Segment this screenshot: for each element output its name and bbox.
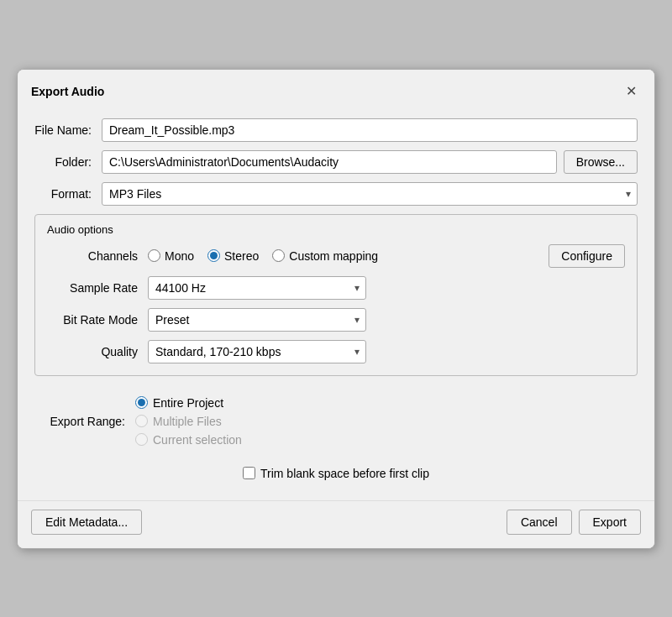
sample-rate-row: Sample Rate 8000 Hz 11025 Hz 22050 Hz 44… <box>47 276 625 300</box>
file-name-input[interactable] <box>102 118 638 142</box>
dialog-body: File Name: Folder: Browse... Format: MP3… <box>18 110 654 500</box>
entire-project-label: Entire Project <box>153 396 223 410</box>
export-range-section: Export Range: Entire Project Multiple Fi… <box>34 388 638 457</box>
mono-label: Mono <box>165 249 194 263</box>
export-audio-dialog: Export Audio ✕ File Name: Folder: Browse… <box>17 69 655 549</box>
export-button[interactable]: Export <box>579 510 641 535</box>
multiple-files-radio-item: Multiple Files <box>135 415 242 428</box>
bit-rate-mode-select-wrapper: Preset Variable Average Constant ▾ <box>148 308 366 332</box>
entire-project-radio-item[interactable]: Entire Project <box>135 396 242 410</box>
bit-rate-mode-row: Bit Rate Mode Preset Variable Average Co… <box>47 308 625 332</box>
cancel-button[interactable]: Cancel <box>507 510 572 535</box>
sample-rate-label: Sample Rate <box>47 281 148 295</box>
export-range-label: Export Range: <box>34 415 135 428</box>
title-bar: Export Audio ✕ <box>18 70 654 110</box>
multiple-files-label: Multiple Files <box>153 415 222 428</box>
channels-label: Channels <box>47 249 148 263</box>
current-selection-radio-item: Current selection <box>135 433 242 447</box>
format-label: Format: <box>34 187 102 201</box>
custom-mapping-radio-item[interactable]: Custom mapping <box>272 249 378 263</box>
sample-rate-select-wrapper: 8000 Hz 11025 Hz 22050 Hz 44100 Hz 48000… <box>148 276 366 300</box>
bit-rate-mode-select[interactable]: Preset Variable Average Constant <box>148 308 366 332</box>
mono-radio-item[interactable]: Mono <box>148 249 194 263</box>
sample-rate-select[interactable]: 8000 Hz 11025 Hz 22050 Hz 44100 Hz 48000… <box>148 276 366 300</box>
quality-select[interactable]: Standard, 170-210 kbps Medium, 145-185 k… <box>148 340 366 363</box>
dialog-footer: Edit Metadata... Cancel Export <box>18 500 654 548</box>
channels-radio-group: Mono Stereo Custom mapping Configure <box>148 244 625 268</box>
channels-row: Channels Mono Stereo Custom mapping Conf <box>47 244 625 268</box>
bit-rate-mode-label: Bit Rate Mode <box>47 313 148 327</box>
stereo-label: Stereo <box>224 249 259 263</box>
browse-button[interactable]: Browse... <box>564 150 638 174</box>
custom-mapping-label: Custom mapping <box>289 249 378 263</box>
footer-left: Edit Metadata... <box>31 510 142 535</box>
trim-row: Trim blank space before first clip <box>34 467 638 480</box>
stereo-radio-item[interactable]: Stereo <box>207 249 259 263</box>
audio-options-group: Audio options Channels Mono Stereo Cus <box>34 214 638 376</box>
file-name-row: File Name: <box>34 118 638 142</box>
trim-checkbox-label[interactable]: Trim blank space before first clip <box>243 467 429 480</box>
current-selection-radio <box>135 433 148 446</box>
format-select-wrapper: MP3 Files WAV (Microsoft) FLAC OGG Vorbi… <box>102 182 638 206</box>
audio-options-legend: Audio options <box>47 223 625 236</box>
file-name-label: File Name: <box>34 123 102 137</box>
quality-row: Quality Standard, 170-210 kbps Medium, 1… <box>47 340 625 363</box>
multiple-files-radio <box>135 415 148 427</box>
format-select[interactable]: MP3 Files WAV (Microsoft) FLAC OGG Vorbi… <box>102 182 638 206</box>
folder-label: Folder: <box>34 155 102 169</box>
export-range-options: Entire Project Multiple Files Current se… <box>135 396 242 447</box>
mono-radio[interactable] <box>148 249 160 262</box>
current-selection-label: Current selection <box>153 433 242 447</box>
trim-checkbox[interactable] <box>243 467 255 479</box>
entire-project-radio[interactable] <box>135 396 148 409</box>
format-row: Format: MP3 Files WAV (Microsoft) FLAC O… <box>34 182 638 206</box>
quality-select-wrapper: Standard, 170-210 kbps Medium, 145-185 k… <box>148 340 366 363</box>
export-range-row: Export Range: Entire Project Multiple Fi… <box>34 396 638 447</box>
quality-label: Quality <box>47 345 148 358</box>
edit-metadata-button[interactable]: Edit Metadata... <box>31 510 142 535</box>
custom-mapping-radio[interactable] <box>272 249 285 262</box>
folder-input[interactable] <box>102 150 557 174</box>
dialog-title: Export Audio <box>31 85 104 98</box>
folder-row: Folder: Browse... <box>34 150 638 174</box>
stereo-radio[interactable] <box>207 249 220 262</box>
footer-right: Cancel Export <box>507 510 641 535</box>
trim-label: Trim blank space before first clip <box>260 467 429 480</box>
configure-button[interactable]: Configure <box>549 244 625 268</box>
close-button[interactable]: ✕ <box>621 81 641 102</box>
